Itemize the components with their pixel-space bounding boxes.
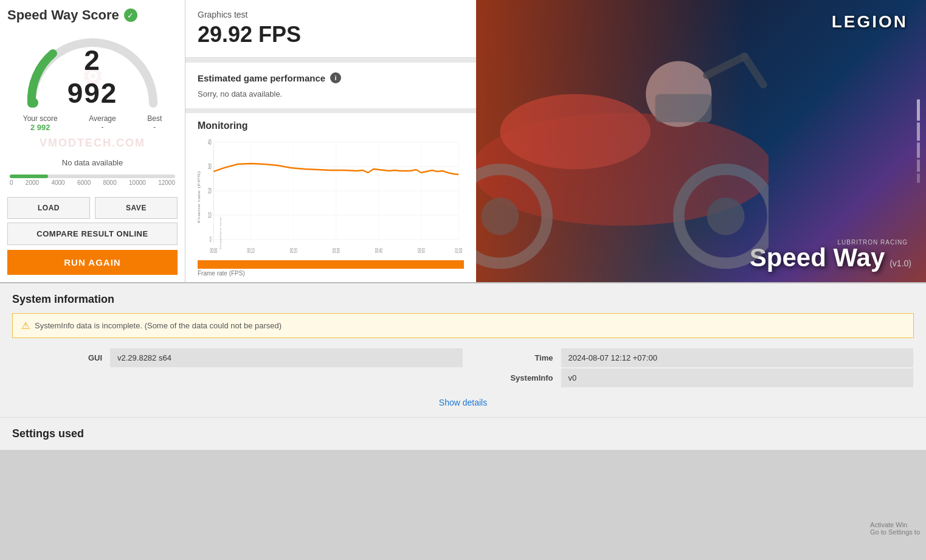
svg-text:01:00: 01:00 [455, 247, 462, 255]
score-axis: 0 2000 4000 6000 8000 10000 12000 [10, 179, 175, 186]
svg-text:00:50: 00:50 [418, 247, 425, 255]
middle-panel: Graphics test 29.92 FPS Estimated game p… [185, 0, 476, 282]
chart-area: 0 10 20 30 40 00:00 00:10 00:20 00:30 00… [198, 136, 464, 258]
svg-point-0 [29, 98, 38, 108]
compare-button[interactable]: COMPARE RESULT ONLINE [7, 223, 178, 245]
app-title: Speed Way Score [7, 7, 119, 23]
score-number: 2 992 [67, 44, 118, 109]
gui-value: v2.29.8282 s64 [110, 348, 463, 367]
lubritron-brand: LUBRITRON RACING [838, 239, 908, 246]
sysinfo-value: v0 [561, 368, 914, 387]
svg-rect-35 [655, 94, 712, 122]
best-value: - [147, 123, 162, 131]
svg-text:30: 30 [208, 163, 212, 171]
info-icon[interactable]: i [330, 72, 341, 83]
average-item: Average - [89, 114, 116, 132]
svg-point-31 [707, 198, 745, 235]
game-background: LEGION LUBRITRON RACING Speed Way (v1.0) [476, 0, 926, 282]
average-label: Average [89, 114, 116, 123]
load-button[interactable]: LOAD [7, 197, 90, 219]
svg-text:00:40: 00:40 [375, 247, 382, 255]
best-label: Best [147, 114, 162, 123]
score-bar-track [10, 175, 175, 178]
svg-line-36 [707, 57, 745, 75]
sysinfo-key: SystemInfo [463, 373, 561, 382]
estimated-header: Estimated game performance i [198, 72, 464, 83]
chart-bottom-bar [198, 260, 464, 269]
time-value: 2024-08-07 12:12 +07:00 [561, 348, 914, 367]
time-key: Time [463, 353, 561, 362]
moto-svg [476, 0, 769, 282]
legion-brand: LEGION [832, 12, 908, 32]
save-button[interactable]: SAVE [95, 197, 178, 219]
no-data-label: No data available [62, 158, 123, 167]
check-icon: ✓ [124, 9, 137, 22]
left-panel: Speed Way Score ✓ ⚙ 2 992 [0, 0, 185, 282]
best-item: Best - [147, 114, 162, 132]
score-labels: Your score 2 992 Average - Best - [7, 114, 178, 132]
settings-title: Settings used [12, 418, 914, 440]
svg-text:40: 40 [208, 139, 212, 147]
estimated-box: Estimated game performance i Sorry, no d… [185, 63, 476, 108]
watermark: VMODTECH.COM [40, 137, 145, 150]
score-bar-fill [10, 175, 48, 178]
svg-text:10: 10 [208, 212, 212, 220]
gui-key: GUI [12, 353, 109, 362]
svg-text:00:30: 00:30 [333, 247, 340, 255]
graphics-test-label: Graphics test [198, 10, 464, 19]
svg-text:Graphics test: Graphics test [219, 217, 223, 249]
fps-value: 29.92 FPS [198, 22, 464, 47]
run-again-button[interactable]: RUN AGAIN [7, 250, 178, 275]
speed-bars [917, 100, 920, 183]
game-title-overlay: Speed Way (v1.0) [750, 243, 911, 272]
game-title: Speed Way [750, 243, 885, 272]
bottom-section: System information ⚠ SystemInfo data is … [0, 283, 926, 417]
frame-rate-label: Frame rate (FPS) [198, 270, 464, 277]
svg-text:00:00: 00:00 [210, 247, 217, 255]
svg-text:00:10: 00:10 [247, 247, 255, 255]
game-image-panel: LEGION LUBRITRON RACING Speed Way (v1.0) [476, 0, 926, 282]
gauge-container: ⚙ 2 992 [19, 30, 165, 109]
info-grid: GUI v2.29.8282 s64 Time 2024-08-07 12:12… [12, 348, 914, 388]
your-score-value: 2 992 [23, 123, 58, 132]
svg-point-33 [482, 198, 519, 235]
monitoring-title: Monitoring [198, 120, 464, 131]
buttons-row: LOAD SAVE [7, 197, 178, 219]
info-row-sysinfo: SystemInfo v0 [463, 368, 914, 388]
settings-section: Settings used [0, 417, 926, 450]
warning-box: ⚠ SystemInfo data is incomplete. (Some o… [12, 313, 914, 338]
score-display: 2 992 [56, 44, 129, 109]
svg-text:0: 0 [210, 236, 212, 244]
estimated-no-data: Sorry, no data available. [198, 89, 464, 99]
title-row: Speed Way Score ✓ [7, 7, 137, 23]
svg-line-37 [745, 57, 764, 85]
show-details-link[interactable]: Show details [12, 398, 914, 407]
monitoring-section: Monitoring [185, 113, 476, 282]
svg-text:20: 20 [208, 187, 212, 195]
your-score-label: Your score [23, 114, 58, 123]
svg-text:00:20: 00:20 [290, 247, 297, 255]
info-row-gui: GUI v2.29.8282 s64 [12, 348, 463, 368]
svg-point-29 [500, 94, 650, 170]
monitoring-chart: 0 10 20 30 40 00:00 00:10 00:20 00:30 00… [198, 136, 464, 258]
estimated-title: Estimated game performance [198, 73, 325, 83]
info-row-time: Time 2024-08-07 12:12 +07:00 [463, 348, 914, 368]
game-version: (v1.0) [890, 258, 911, 268]
system-info-title: System information [12, 293, 914, 306]
warning-icon: ⚠ [21, 320, 30, 331]
score-bar-container: 0 2000 4000 6000 8000 10000 12000 [7, 175, 178, 186]
graphics-test-box: Graphics test 29.92 FPS [185, 0, 476, 58]
your-score-item: Your score 2 992 [23, 114, 58, 132]
info-row-empty [12, 368, 463, 388]
average-value: - [89, 123, 116, 131]
warning-text: SystemInfo data is incomplete. (Some of … [35, 321, 282, 330]
svg-text:Frame rate (FPS): Frame rate (FPS) [198, 171, 201, 223]
